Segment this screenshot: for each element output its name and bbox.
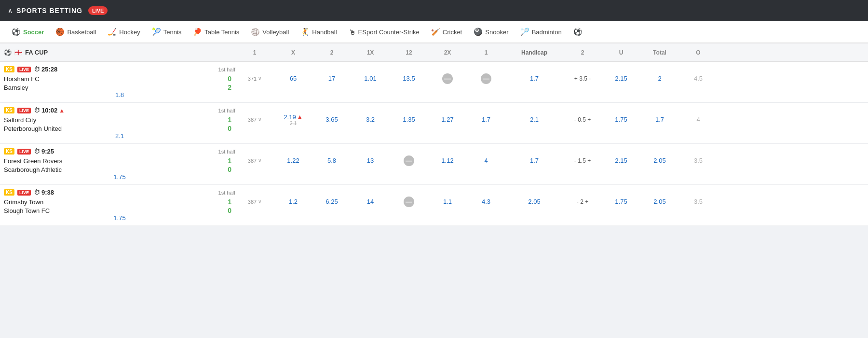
odds-value[interactable]: 65	[290, 75, 297, 82]
nav-item-extra[interactable]: ⚽	[568, 21, 591, 43]
odds-value[interactable]: 1.8	[115, 91, 124, 99]
odds-value[interactable]: 13	[367, 157, 374, 164]
odds-handicap-1[interactable]: 1.7	[505, 157, 563, 164]
odds-2[interactable]: 13	[351, 157, 390, 164]
odds-2x[interactable]: 1.7	[467, 116, 505, 123]
odds-12[interactable]: 1.1	[428, 198, 467, 205]
odds-1x[interactable]: 13.5	[390, 75, 428, 82]
odds-2x[interactable]: 4.3	[467, 198, 505, 205]
odds-value[interactable]: 1.1	[443, 198, 452, 205]
odds-value[interactable]: 3.65	[326, 116, 338, 123]
odds-value[interactable]: 1.7	[530, 157, 539, 164]
expand-chevron[interactable]: ∨	[258, 199, 261, 204]
odds-value[interactable]: 1.35	[403, 116, 415, 123]
odds-value[interactable]: 2.19	[284, 113, 296, 121]
odds-handicap-2[interactable]: 2.15	[602, 75, 640, 82]
odds-12[interactable]: 1.27	[428, 116, 467, 123]
nav-item-esport-counter-strike[interactable]: 🖱ESport Counter-Strike	[343, 21, 425, 43]
odds-value[interactable]: 2.1	[530, 116, 539, 123]
odds-value[interactable]: 6.25	[326, 198, 338, 205]
odds-handicap-1[interactable]: 1.7	[505, 75, 563, 82]
odds-value[interactable]: 1.01	[364, 75, 376, 82]
nav-item-hockey[interactable]: 🏒Hockey	[102, 21, 146, 43]
odds-over[interactable]: 1.75	[4, 214, 235, 222]
expand-chevron[interactable]: ∨	[258, 76, 261, 81]
odds-handicap-2[interactable]: 1.75	[602, 198, 640, 205]
nav-item-tennis[interactable]: 🎾Tennis	[146, 21, 188, 43]
team1-score: 0	[224, 75, 231, 83]
odds-2[interactable]: 3.2	[351, 116, 390, 123]
odds-2[interactable]: 1.01	[351, 75, 390, 82]
team2-name: Slough Town FC	[4, 207, 50, 214]
odds-under[interactable]: 2.05	[640, 157, 679, 164]
odds-value[interactable]: 3.2	[366, 116, 375, 123]
odds-x[interactable]: 17	[312, 75, 351, 82]
nav-item-volleyball[interactable]: 🏐Volleyball	[245, 21, 295, 43]
expand-chevron[interactable]: ∨	[258, 158, 261, 163]
nav-item-snooker[interactable]: 🎱Snooker	[468, 21, 514, 43]
odds-1x[interactable]: 1.35	[390, 116, 428, 123]
odds-value[interactable]: 1.7	[655, 116, 664, 123]
odds-value[interactable]: 17	[328, 75, 335, 82]
odds-value[interactable]: 1.7	[482, 116, 490, 123]
odds-value[interactable]: 1.2	[289, 198, 298, 205]
odds-over[interactable]: 2.1	[4, 132, 235, 140]
match-count-cell[interactable]: 371∨	[235, 76, 274, 82]
odds-value[interactable]: 2.05	[653, 157, 665, 164]
odds-1[interactable]: 1.2	[274, 198, 312, 205]
odds-handicap-1[interactable]: 2.1	[505, 116, 563, 123]
nav-item-handball[interactable]: 🤾Handball	[295, 21, 342, 43]
nav-item-soccer[interactable]: ⚽Soccer	[6, 21, 50, 43]
odds-value[interactable]: 4.3	[482, 198, 490, 205]
odds-value[interactable]: 2.15	[615, 157, 627, 164]
odds-value[interactable]: 13.5	[403, 75, 415, 82]
collapse-icon[interactable]: ∧	[8, 7, 13, 14]
odds-1[interactable]: 2.19▲2.1	[274, 113, 312, 126]
odds-12[interactable]: 1.12	[428, 157, 467, 164]
odds-value[interactable]: 1.75	[113, 214, 125, 222]
odds-value[interactable]: 1.12	[441, 157, 453, 164]
odds-x[interactable]: 3.65	[312, 116, 351, 123]
odds-value[interactable]: 1.22	[287, 157, 299, 164]
odds-1[interactable]: 65	[274, 75, 312, 82]
odds-x[interactable]: 5.8	[312, 157, 351, 164]
odds-handicap-2[interactable]: 2.15	[602, 157, 640, 164]
odds-handicap-1[interactable]: 2.05	[505, 198, 563, 205]
odds-value[interactable]: 4	[484, 157, 488, 164]
odds-x[interactable]: 6.25	[312, 198, 351, 205]
odds-value[interactable]: 1.75	[615, 116, 627, 123]
odds-2[interactable]: 14	[351, 198, 390, 205]
col-header-2: 2	[312, 49, 351, 56]
odds-under[interactable]: 2	[640, 75, 679, 82]
odds-value[interactable]: 2.15	[615, 75, 627, 82]
nav-item-basketball[interactable]: 🏀Basketball	[50, 21, 102, 43]
odds-2x[interactable]: 4	[467, 157, 505, 164]
odds-value[interactable]: 14	[367, 198, 374, 205]
match-count-cell[interactable]: 387∨	[235, 199, 274, 205]
nav-item-cricket[interactable]: 🏏Cricket	[425, 21, 468, 43]
odds-over[interactable]: 1.8	[4, 91, 235, 99]
odds-value[interactable]: 2.05	[653, 198, 665, 205]
odds-value[interactable]: 1.27	[441, 116, 453, 123]
match-meta: KSLIVE⏱9:251st half	[4, 148, 235, 155]
odds-over[interactable]: 1.75	[4, 173, 235, 181]
odds-under[interactable]: 1.7	[640, 116, 679, 123]
odds-value[interactable]: 1.7	[530, 75, 539, 82]
odds-under[interactable]: 2.05	[640, 198, 679, 205]
match-count-cell[interactable]: 387∨	[235, 158, 274, 164]
odds-value[interactable]: 2	[658, 75, 661, 82]
handicap-label: - 1.5 +	[563, 157, 602, 164]
odds-handicap-2[interactable]: 1.75	[602, 116, 640, 123]
odds-value[interactable]: 2.1	[115, 132, 124, 140]
nav-label-7: ESport Counter-Strike	[358, 28, 420, 36]
match-count-cell[interactable]: 387∨	[235, 117, 274, 123]
odds-value[interactable]: 5.8	[327, 157, 336, 164]
nav-item-badminton[interactable]: 🏸Badminton	[515, 21, 568, 43]
match-meta: KSLIVE⏱25:281st half	[4, 66, 235, 73]
expand-chevron[interactable]: ∨	[258, 117, 261, 122]
odds-1[interactable]: 1.22	[274, 157, 312, 164]
odds-value[interactable]: 1.75	[113, 173, 125, 181]
odds-value[interactable]: 2.05	[528, 198, 540, 205]
nav-item-table-tennis[interactable]: 🏓Table Tennis	[187, 21, 245, 43]
odds-value[interactable]: 1.75	[615, 198, 627, 205]
